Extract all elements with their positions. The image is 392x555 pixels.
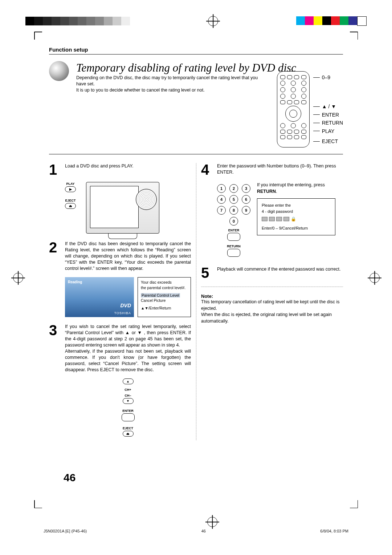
page-frame: Function setup Temporary disabling of ra…: [34, 32, 358, 508]
remote-label-list: 0–9 ▲ / ▼ ENTER RETURN PLAY EJECT: [313, 71, 343, 145]
numpad-5: 5: [229, 195, 238, 204]
step-1: 1 Load a DVD disc and press PLAY.: [49, 163, 191, 176]
print-registration-bottom: [0, 517, 392, 527]
numpad-9: 9: [242, 206, 250, 215]
button-label: CH–: [65, 394, 191, 397]
osd-hint: ▲▼/Enter/Return: [141, 305, 188, 311]
button-label: RETURN: [217, 244, 250, 248]
numpad-7: 7: [217, 206, 226, 215]
remote-diagram: 0–9 ▲ / ▼ ENTER RETURN PLAY EJECT: [277, 71, 343, 147]
step1-diagram: PLAY ▶ EJECT ⏏: [65, 182, 191, 234]
remote-label: EJECT: [322, 137, 338, 145]
step-text: Enter the password with Number buttons (…: [217, 163, 343, 176]
intro-line: Depending on the DVD disc, the disc may …: [76, 75, 258, 86]
osd-text: Your disc exceeds: [141, 280, 188, 285]
button-label: ENTER: [217, 228, 250, 232]
numpad-2: 2: [229, 184, 238, 193]
pw-hint: Enter/0 – 9/Cancel/Return: [262, 225, 331, 231]
osd-highlight: Parental Control Level: [141, 293, 180, 297]
numpad-8: 8: [229, 206, 238, 215]
step2-screenshot: Reading DVD TOSHIBA Your disc exceeds th…: [65, 277, 191, 317]
page-title: Temporary disabling of rating level by D…: [76, 62, 296, 74]
manual-page: Function setup Temporary disabling of ra…: [0, 0, 392, 555]
button-label: EJECT: [65, 199, 76, 202]
osd-text: the parental control level#.: [141, 285, 188, 291]
step-text: If you wish to cancel the set rating lev…: [65, 324, 191, 373]
eject-button-illustration: EJECT ⏏: [65, 199, 76, 209]
step4-hint: If you interrupt the entering, press RET…: [257, 182, 343, 195]
chevron-down-icon: ▼: [126, 399, 130, 403]
intro-line: It is up to you to decide whether to can…: [76, 88, 205, 93]
crosshair-icon: [208, 16, 218, 26]
numpad-3: 3: [242, 184, 250, 193]
tv-dvd-illustration: [86, 182, 159, 234]
note-heading: Note:: [201, 293, 343, 299]
note-body: This temporary cancellation of rating le…: [201, 299, 343, 324]
play-icon: ▶: [69, 187, 72, 191]
remote-label: PLAY: [322, 127, 335, 135]
pw-text: Please enter the: [262, 202, 331, 208]
play-button-illustration: PLAY ▶: [65, 182, 76, 192]
osd-text: Cancel Picture: [141, 298, 188, 303]
disc-icon: [136, 189, 157, 210]
intro-text: Depending on the DVD disc, the disc may …: [76, 75, 265, 93]
numpad-6: 6: [242, 195, 250, 204]
eject-icon: ⏏: [69, 204, 72, 208]
step-4: 4 Enter the password with Number buttons…: [201, 163, 343, 176]
print-registration-top: [0, 16, 392, 26]
section-heading: Function setup: [49, 46, 343, 53]
footer-docid: J5N00201A [E] (P45-46): [44, 529, 87, 533]
button-label: ENTER: [65, 409, 191, 413]
button-label: CH+: [65, 388, 191, 392]
lock-icon: 🔒: [291, 216, 296, 222]
brand-label: TOSHIBA: [114, 311, 131, 315]
dvd-logo-icon: DVD: [120, 303, 131, 308]
step-number: 4: [201, 163, 213, 176]
numpad-4: 4: [217, 195, 226, 204]
numpad-0: 0: [229, 217, 238, 226]
crosshair-icon: [207, 517, 217, 527]
pw-slots: 🔒: [262, 216, 331, 222]
step-number: 1: [49, 163, 61, 176]
divider: [49, 54, 343, 54]
step-5: 5 Playback will commence if the entered …: [201, 266, 343, 279]
step-text: Load a DVD disc and press PLAY.: [65, 163, 191, 176]
print-footer: J5N00201A [E] (P45-46) 46 6/8/04, 8:03 P…: [44, 529, 348, 533]
footer-timestamp: 6/8/04, 8:03 PM: [320, 529, 348, 533]
step-number: 3: [49, 324, 61, 373]
cmyk-swatch: [296, 16, 367, 26]
numpad-diagram: 1 2 3 4 5 6 7 8: [217, 184, 250, 258]
button-label: PLAY: [65, 182, 76, 186]
step-text: If the DVD disc has been designed to tem…: [65, 241, 191, 271]
step-number: 5: [201, 266, 213, 279]
step-number: 2: [49, 241, 61, 271]
step3-buttons: ▲ CH+ CH– ▼ ENTER EJECT: [65, 378, 191, 437]
footer-page: 46: [201, 529, 206, 533]
remote-label: ENTER: [322, 111, 339, 119]
pw-text: 4 - digit password: [262, 208, 331, 215]
chevron-up-icon: ▲: [126, 380, 130, 383]
remote-outline-icon: [277, 71, 310, 147]
left-column: 1 Load a DVD disc and press PLAY. PLAY ▶…: [49, 163, 191, 440]
crosshair-icon: [369, 273, 379, 282]
right-column: 4 Enter the password with Number buttons…: [201, 163, 343, 440]
crosshair-icon: [13, 273, 23, 282]
step-3: 3 If you wish to cancel the set rating l…: [49, 324, 191, 373]
password-dialog: Please enter the 4 - digit password 🔒 En…: [257, 198, 335, 235]
grayscale-swatch: [25, 17, 130, 25]
page-number: 46: [64, 471, 75, 484]
page-content: Function setup Temporary disabling of ra…: [49, 46, 343, 486]
remote-label: 0–9: [322, 73, 330, 81]
step-2: 2 If the DVD disc has been designed to t…: [49, 241, 191, 271]
osd-menu-panel: Your disc exceeds the parental control l…: [138, 277, 191, 317]
button-label: EJECT: [65, 426, 191, 430]
osd-reading-label: Reading: [68, 280, 131, 284]
osd-screen: Reading DVD TOSHIBA: [65, 277, 134, 317]
step-text: Playback will commence if the entered pa…: [217, 266, 343, 279]
remote-label: RETURN: [322, 119, 343, 127]
numpad-1: 1: [217, 184, 226, 193]
sphere-bullet-icon: [49, 61, 69, 81]
eject-icon: ⏏: [126, 432, 130, 436]
remote-label: ▲ / ▼: [322, 102, 336, 110]
